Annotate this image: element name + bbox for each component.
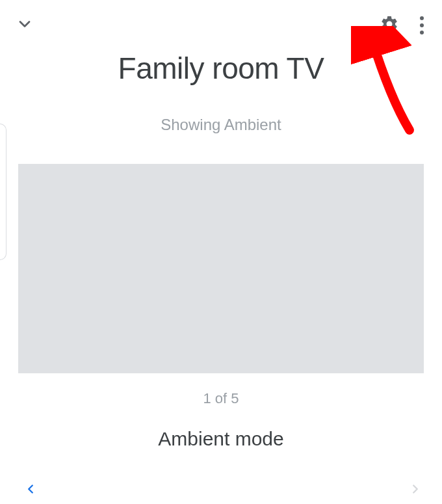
pagination-text: 1 of 5 <box>0 390 442 407</box>
header <box>0 0 442 39</box>
page-title: Family room TV <box>0 51 442 86</box>
nav-next-icon[interactable] <box>408 482 422 499</box>
chevron-down-icon[interactable] <box>16 15 34 36</box>
more-vertical-icon[interactable] <box>417 14 426 37</box>
settings-gear-icon[interactable] <box>380 14 399 36</box>
status-text: Showing Ambient <box>0 116 442 134</box>
preview-image-placeholder <box>18 164 424 373</box>
section-title: Ambient mode <box>0 428 442 450</box>
nav-prev-icon[interactable] <box>23 482 38 499</box>
edge-navigation-tab[interactable] <box>0 124 6 260</box>
